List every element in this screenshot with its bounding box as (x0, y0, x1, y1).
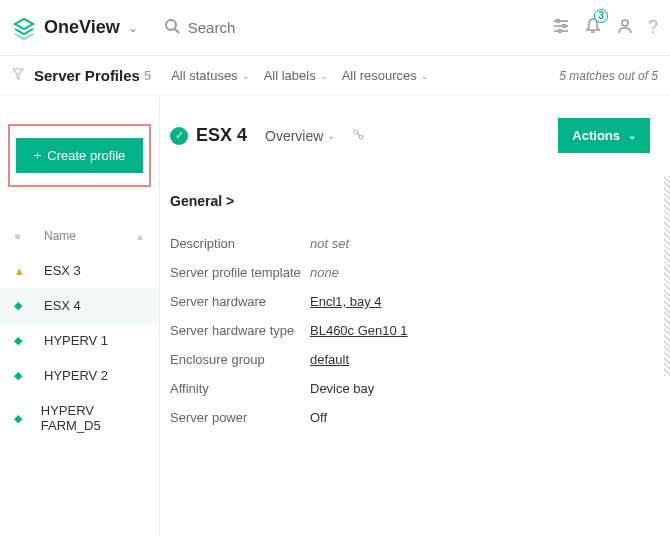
app-switcher-chevron-icon[interactable]: ⌄ (128, 21, 138, 35)
property-label: Affinity (170, 381, 310, 396)
property-label: Enclosure group (170, 352, 310, 367)
svg-point-5 (556, 19, 559, 22)
scroll-indicator (664, 176, 670, 376)
chevron-down-icon: ⌄ (421, 71, 429, 81)
svg-point-6 (562, 24, 565, 27)
search-bar[interactable] (164, 18, 552, 38)
property-list: Descriptionnot setServer profile templat… (170, 229, 650, 432)
status-warning-icon: ▲ (14, 265, 44, 277)
status-green-icon: ◆ (14, 299, 44, 312)
notification-badge: 3 (594, 9, 608, 23)
profile-list-header: ● Name ▲ (0, 225, 159, 253)
svg-line-1 (175, 29, 179, 33)
name-column-header[interactable]: Name (44, 229, 76, 243)
filter-all-statuses[interactable]: All statuses⌄ (171, 68, 249, 83)
profile-name: HYPERV 2 (44, 368, 108, 383)
profile-name: ESX 4 (44, 298, 81, 313)
profile-row[interactable]: ◆HYPERV 2 (0, 358, 159, 393)
property-row: Enclosure groupdefault (170, 345, 650, 374)
search-icon (164, 18, 180, 38)
detail-title: ESX 4 (196, 125, 247, 146)
profile-list: ▲ESX 3◆ESX 4◆HYPERV 1◆HYPERV 2◆HYPERV FA… (0, 253, 159, 443)
status-ok-icon: ✓ (170, 127, 188, 145)
property-value[interactable]: Encl1, bay 4 (310, 294, 382, 309)
svg-point-7 (558, 29, 561, 32)
filter-all-labels[interactable]: All labels⌄ (264, 68, 328, 83)
profile-row[interactable]: ◆ESX 4 (0, 288, 159, 323)
list-settings-icon[interactable] (552, 17, 570, 39)
view-selector[interactable]: Overview (265, 128, 323, 144)
help-icon[interactable]: ? (648, 17, 658, 38)
header-icon-group: 3 ? (552, 17, 658, 39)
user-icon[interactable] (616, 17, 634, 39)
status-green-icon: ◆ (14, 412, 41, 425)
section-count: 5 (144, 68, 151, 83)
profile-name: HYPERV FARM_D5 (41, 403, 145, 433)
property-value[interactable]: BL460c Gen10 1 (310, 323, 408, 338)
chevron-down-icon: ⌄ (327, 130, 335, 141)
status-column-icon[interactable]: ● (14, 229, 44, 243)
detail-panel: ✓ ESX 4 Overview ⌄ Actions ⌄ + + General… (160, 96, 670, 536)
profile-name: HYPERV 1 (44, 333, 108, 348)
filter-bar: Server Profiles 5 All statuses⌄ All labe… (0, 56, 670, 96)
property-row: AffinityDevice bay (170, 374, 650, 403)
chevron-down-icon: ⌄ (628, 130, 636, 141)
actions-button[interactable]: Actions ⌄ (558, 118, 650, 153)
property-row: Server profile templatenone (170, 258, 650, 287)
filter-all-resources[interactable]: All resources⌄ (342, 68, 429, 83)
app-logo-icon (12, 16, 36, 40)
profile-row[interactable]: ◆HYPERV 1 (0, 323, 159, 358)
filter-label: All statuses (171, 68, 237, 83)
property-label: Description (170, 236, 310, 251)
property-value: none (310, 265, 339, 280)
main-area: + Create profile ● Name ▲ ▲ESX 3◆ESX 4◆H… (0, 96, 670, 536)
sort-icon[interactable]: ▲ (135, 231, 145, 242)
app-title: OneView (44, 17, 120, 38)
svg-line-12 (358, 134, 360, 136)
pin-icon[interactable] (351, 127, 365, 144)
create-profile-label: Create profile (47, 148, 125, 163)
property-label: Server hardware (170, 294, 310, 309)
actions-label: Actions (572, 128, 620, 143)
section-title: Server Profiles (34, 67, 140, 84)
profile-row[interactable]: ▲ESX 3 (0, 253, 159, 288)
property-row: Server powerOff (170, 403, 650, 432)
property-label: Server power (170, 410, 310, 425)
svg-point-11 (359, 135, 363, 139)
top-header: OneView ⌄ 3 ? (0, 0, 670, 56)
profile-row[interactable]: ◆HYPERV FARM_D5 (0, 393, 159, 443)
property-row: Server hardwareEncl1, bay 4 (170, 287, 650, 316)
status-green-icon: ◆ (14, 334, 44, 347)
chevron-down-icon: ⌄ (242, 71, 250, 81)
plus-icon: + (34, 148, 42, 163)
create-profile-button[interactable]: + Create profile (16, 138, 143, 173)
svg-point-0 (166, 20, 176, 30)
property-row: Server hardware typeBL460c Gen10 1 (170, 316, 650, 345)
property-value: Off (310, 410, 327, 425)
search-input[interactable] (188, 19, 388, 36)
svg-point-9 (622, 20, 628, 26)
property-value: Device bay (310, 381, 374, 396)
filter-funnel-icon[interactable] (12, 68, 24, 83)
property-label: Server profile template (170, 265, 310, 280)
view-label: Overview (265, 128, 323, 144)
general-section-header[interactable]: General > (170, 193, 650, 209)
filter-label: All resources (342, 68, 417, 83)
property-value: not set (310, 236, 349, 251)
filter-label: All labels (264, 68, 316, 83)
property-row: Descriptionnot set (170, 229, 650, 258)
property-value[interactable]: default (310, 352, 349, 367)
chevron-down-icon: ⌄ (320, 71, 328, 81)
property-label: Server hardware type (170, 323, 310, 338)
status-green-icon: ◆ (14, 369, 44, 382)
svg-point-10 (354, 130, 358, 134)
notifications-icon[interactable]: 3 (584, 17, 602, 39)
profile-name: ESX 3 (44, 263, 81, 278)
matches-text: 5 matches out of 5 (559, 69, 658, 83)
sidebar: + Create profile ● Name ▲ ▲ESX 3◆ESX 4◆H… (0, 96, 160, 536)
create-highlight-box: + Create profile (8, 124, 151, 187)
detail-header: ✓ ESX 4 Overview ⌄ Actions ⌄ (170, 118, 650, 153)
